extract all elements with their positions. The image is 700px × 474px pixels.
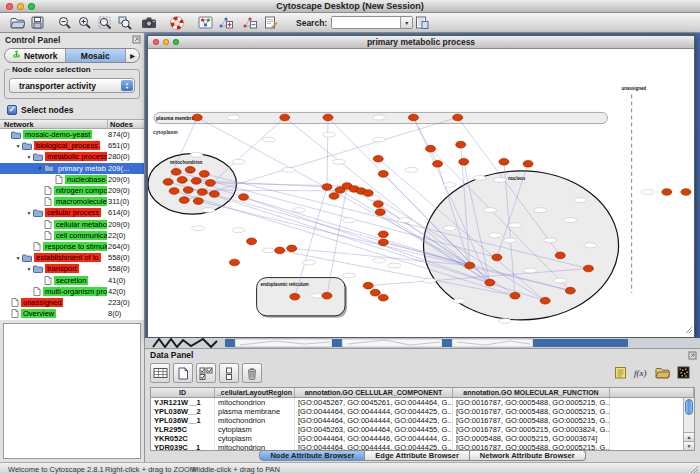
expander-icon[interactable]: ▼: [25, 210, 33, 216]
network-node[interactable]: [322, 292, 332, 299]
zoom-out-icon[interactable]: [56, 14, 74, 31]
network-node[interactable]: [370, 289, 380, 296]
network-node[interactable]: [378, 171, 388, 178]
scroll-up-button[interactable]: ▲: [684, 432, 694, 441]
network-node[interactable]: [485, 279, 495, 286]
scroll-down-button[interactable]: ▼: [684, 441, 694, 450]
table-row-ylr295c[interactable]: YLR295Ccytoplasm[GO:0045263, GO:0044464,…: [151, 425, 694, 434]
table-row-ypl036w-1[interactable]: YPL036W__1mitochondrion[GO:0044464, GO:0…: [151, 416, 694, 425]
more-tabs-arrow-icon[interactable]: ▶: [126, 49, 139, 62]
network-node[interactable]: [290, 293, 300, 300]
tree-row-response-to-stimulu[interactable]: response to stimulu264(0): [0, 241, 144, 252]
tab-network[interactable]: Network: [5, 49, 66, 62]
network-node[interactable]: [555, 252, 565, 259]
network-node[interactable]: [373, 201, 383, 208]
network-node[interactable]: [179, 197, 189, 204]
attribute-table-button[interactable]: [150, 363, 170, 383]
tree-column-nodes[interactable]: Nodes: [108, 120, 144, 128]
network-node[interactable]: [492, 254, 502, 261]
network-node[interactable]: [465, 262, 475, 269]
network-view-window[interactable]: primary metabolic process plasma membran…: [147, 35, 695, 338]
select-nodes-checkbox[interactable]: ✓: [7, 105, 17, 115]
network-node[interactable]: [169, 188, 179, 195]
network-node[interactable]: [433, 160, 443, 167]
table-row-ypl036w-2[interactable]: YPL036W__2plasma membrane[GO:0044464, GO…: [151, 407, 694, 416]
expander-icon[interactable]: ▼: [36, 165, 44, 171]
tree-column-network[interactable]: Network: [0, 120, 108, 128]
expander-icon[interactable]: ▼: [25, 154, 33, 160]
help-ring-icon[interactable]: [168, 14, 186, 31]
network-node[interactable]: [583, 265, 593, 272]
network-node[interactable]: [280, 114, 290, 121]
network-node[interactable]: [199, 171, 209, 178]
expander-icon[interactable]: ▼: [14, 255, 22, 261]
table-scrollbar[interactable]: ▲ ▼: [683, 398, 694, 450]
select-attributes-button[interactable]: [196, 363, 216, 383]
tree-row-cell-communicat[interactable]: cell communicat22(0): [0, 230, 144, 241]
expander-icon[interactable]: ▼: [25, 266, 33, 272]
network-node[interactable]: [322, 184, 332, 191]
tree-row-nitrogen-compo[interactable]: nitrogen compo209(0): [0, 185, 144, 196]
network-node[interactable]: [378, 231, 388, 238]
network-node[interactable]: [681, 189, 691, 196]
tab-node-attribute-browser[interactable]: Node Attribute Browser: [259, 450, 365, 461]
tree-row-multi-organism-pro[interactable]: multi-organism pro42(0): [0, 286, 144, 297]
network-node[interactable]: [287, 245, 297, 252]
float-panel-icon[interactable]: [132, 35, 141, 46]
network-node[interactable]: [193, 198, 203, 205]
delete-attributes-button[interactable]: [242, 363, 262, 383]
table-row-ykr052c[interactable]: YKR052Ccytoplasm[GO:0044464, GO:0044446,…: [151, 434, 694, 443]
network-node[interactable]: [185, 167, 195, 174]
tree-row-establishment-of-lo[interactable]: ▼establishment of lo558(0): [0, 252, 144, 263]
network-node[interactable]: [499, 158, 509, 165]
network-node[interactable]: [229, 259, 239, 266]
column-header-annotation-go-cellular-component[interactable]: annotation.GO CELLULAR_COMPONENT: [295, 388, 453, 397]
zoom-fit-icon[interactable]: [96, 14, 114, 31]
network-node[interactable]: [453, 114, 463, 121]
network-node[interactable]: [247, 238, 257, 245]
network-node[interactable]: [540, 297, 550, 304]
network-node[interactable]: [375, 209, 385, 216]
formula-builder-button[interactable]: f(x): [632, 363, 650, 381]
tab-edge-attribute-browser[interactable]: Edge Attribute Browser: [365, 450, 469, 461]
network-node[interactable]: [373, 155, 383, 162]
tree-row-biological-process[interactable]: ▼biological_process651(0): [0, 140, 144, 151]
network-node[interactable]: [163, 179, 173, 186]
network-node[interactable]: [275, 247, 285, 254]
attribute-matrix-button[interactable]: [674, 363, 692, 381]
window-resize-grip[interactable]: [685, 326, 693, 336]
network-node[interactable]: [565, 287, 575, 294]
tree-row-mosaic-demo-yeast[interactable]: mosaic-demo-yeast874(0): [0, 129, 144, 140]
search-field[interactable]: ▾: [331, 16, 413, 29]
network-node[interactable]: [177, 177, 187, 184]
network-node[interactable]: [191, 178, 201, 185]
network-node[interactable]: [378, 239, 388, 246]
tree-row-macromolecule[interactable]: macromolecule311(0): [0, 196, 144, 207]
network-node[interactable]: [363, 190, 373, 197]
dropdown-stepper-icon[interactable]: ▲▼: [121, 80, 133, 91]
network-node[interactable]: [408, 114, 418, 121]
network-node[interactable]: [456, 141, 466, 148]
tree-row-metabolic-process[interactable]: ▼metabolic process280(0): [0, 151, 144, 162]
network-node[interactable]: [363, 282, 373, 289]
save-session-icon[interactable]: [28, 14, 46, 31]
network-canvas[interactable]: plasma membranecytoplasmmitochondrionnuc…: [148, 49, 694, 337]
notepad-button[interactable]: [611, 363, 629, 381]
network-modify-icon[interactable]: [240, 14, 258, 31]
network-node[interactable]: [205, 180, 215, 187]
network-window-titlebar[interactable]: primary metabolic process: [148, 36, 694, 49]
vizmapper-icon[interactable]: [196, 14, 214, 31]
search-input[interactable]: [332, 17, 400, 28]
unselect-attributes-button[interactable]: [219, 363, 239, 383]
network-node[interactable]: [209, 191, 219, 198]
expander-icon[interactable]: ▼: [14, 143, 22, 149]
search-index-icon[interactable]: [413, 14, 431, 31]
network-node[interactable]: [523, 160, 533, 167]
tree-row-transport[interactable]: ▼transport558(0): [0, 263, 144, 274]
network-node[interactable]: [197, 189, 207, 196]
import-attributes-button[interactable]: [653, 363, 671, 381]
app-resize-grip[interactable]: [690, 465, 699, 474]
network-node[interactable]: [459, 158, 469, 165]
table-row-yjr121w-1[interactable]: YJR121W__1mitochondrion[GO:0045267, GO:0…: [151, 398, 694, 407]
tab-mosaic[interactable]: Mosaic: [66, 49, 127, 62]
